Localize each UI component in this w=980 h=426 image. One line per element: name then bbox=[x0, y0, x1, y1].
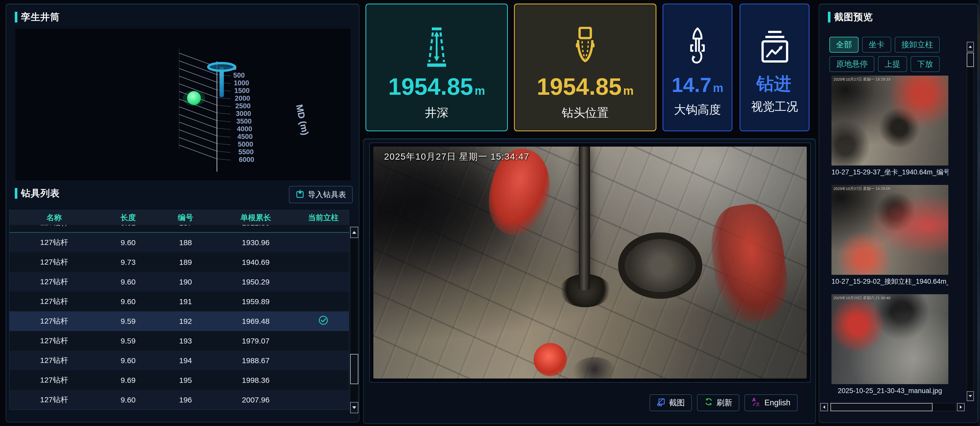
visual-condition-card: 钻进 视觉工况 bbox=[740, 3, 810, 131]
accent-bar bbox=[828, 12, 830, 22]
import-icon bbox=[296, 189, 305, 200]
arrow-down-icon bbox=[969, 395, 972, 397]
import-drill-table-button[interactable]: 导入钻具表 bbox=[289, 186, 353, 203]
filter-button-2[interactable]: 坐卡 bbox=[862, 37, 891, 53]
table-row[interactable]: 127钻杆 9.60 194 1988.67 bbox=[10, 351, 349, 370]
arrow-right-icon bbox=[960, 405, 962, 409]
panel-title-text: 孪生井筒 bbox=[21, 11, 60, 24]
thumbnail-caption: 10-27_15-29-37_坐卡_1940.64m_编号_1 bbox=[832, 168, 948, 177]
preview-scrollbar-track[interactable] bbox=[967, 41, 974, 402]
preview-scroll-up-button[interactable] bbox=[967, 42, 974, 52]
svg-text:500: 500 bbox=[233, 72, 245, 79]
screenshot-thumbnail[interactable]: 2025年10月27日 星期一 15:29:33 10-27_15-29-37_… bbox=[832, 76, 948, 177]
clipped-edge-content bbox=[978, 0, 980, 426]
thumbnail-image[interactable]: 2025年10月27日 星期一 15:29:33 bbox=[832, 76, 948, 166]
thumbnail-timestamp-overlay: 2025年10月25日 星期六 21:30:40 bbox=[834, 296, 891, 301]
bit-marker-3d bbox=[187, 91, 201, 105]
preview-scroll-right-button[interactable] bbox=[957, 403, 965, 411]
thumbnail-caption: 10-27_15-29-02_接卸立柱_1940.64m_编号 bbox=[832, 277, 948, 286]
preview-scroll-down-button[interactable] bbox=[967, 391, 974, 401]
video-worker-helmet bbox=[534, 343, 567, 376]
col-header-current-stand: 当前立柱 bbox=[298, 212, 349, 223]
arrow-up-icon bbox=[352, 231, 356, 234]
thumbnail-caption: 2025-10-25_21-30-43_manual.jpg bbox=[832, 386, 948, 395]
svg-text:1500: 1500 bbox=[234, 87, 250, 94]
import-button-label: 导入钻具表 bbox=[308, 190, 346, 200]
dashboard-root: 孪生井筒 05001000150020002500300035004000450… bbox=[0, 0, 980, 426]
table-row[interactable]: 127钻杆 9.60 191 1959.89 bbox=[10, 292, 349, 311]
well-depth-label: 井深 bbox=[425, 105, 449, 121]
screenshot-filter-group: 全部坐卡接卸立柱原地悬停上提下放 bbox=[829, 37, 967, 72]
table-scrollbar-track[interactable] bbox=[350, 226, 358, 413]
screenshot-thumbnail-list: 2025年10月27日 星期一 15:29:33 10-27_15-29-37_… bbox=[832, 76, 948, 404]
preview-scroll-left-button[interactable] bbox=[820, 403, 828, 411]
thumbnail-image[interactable]: 2025年10月27日 星期一 15:29:05 bbox=[832, 185, 948, 275]
thumbnail-image[interactable]: 2025年10月25日 星期六 21:30:40 bbox=[832, 294, 948, 384]
filter-button-3[interactable]: 接卸立柱 bbox=[895, 37, 940, 53]
col-header-cumulative: 单根累长 bbox=[213, 212, 298, 223]
chart-monitor-icon bbox=[759, 27, 790, 68]
drill-list-title: 钻具列表 bbox=[15, 187, 60, 200]
table-row[interactable]: 127钻杆 9.69 195 1998.36 bbox=[10, 370, 349, 390]
hook-height-card: 14.7 m 大钩高度 bbox=[662, 3, 732, 131]
table-row[interactable]: 127钻杆 9.60 190 1950.29 bbox=[10, 272, 349, 292]
preview-scrollbar-thumb[interactable] bbox=[967, 53, 974, 67]
table-row[interactable]: 127钻杆 9.59 193 1979.07 bbox=[10, 331, 349, 351]
filter-button-1[interactable]: 全部 bbox=[829, 37, 859, 53]
svg-text:4000: 4000 bbox=[237, 125, 252, 133]
accent-bar bbox=[15, 188, 18, 199]
arrow-down-icon bbox=[352, 406, 356, 409]
svg-text:2500: 2500 bbox=[235, 102, 251, 110]
hook-height-value: 14.7 m bbox=[672, 75, 724, 95]
video-timestamp-overlay: 2025年10月27日 星期一 15:34:47 bbox=[384, 151, 529, 163]
thumbnail-timestamp-overlay: 2025年10月27日 星期一 15:29:33 bbox=[834, 77, 891, 82]
well-depth-card: 1954.85 m 井深 bbox=[366, 3, 508, 131]
table-scroll-up-button[interactable] bbox=[350, 227, 358, 238]
table-scroll-down-button[interactable] bbox=[350, 402, 358, 413]
svg-text:文: 文 bbox=[756, 402, 760, 407]
well-depth-icon bbox=[422, 27, 452, 68]
svg-text:A: A bbox=[752, 397, 756, 402]
hook-height-label: 大钩高度 bbox=[674, 102, 721, 118]
filter-button-4[interactable]: 原地悬停 bbox=[829, 56, 874, 72]
visual-condition-value: 钻进 bbox=[756, 75, 793, 92]
arrow-left-icon bbox=[823, 405, 825, 409]
table-row[interactable]: 127钻杆 9.73 189 1940.69 bbox=[10, 252, 349, 272]
language-toggle-button[interactable]: A 文 English bbox=[745, 394, 797, 411]
refresh-icon bbox=[704, 397, 713, 408]
screenshot-thumbnail[interactable]: 2025年10月27日 星期一 15:29:05 10-27_15-29-02_… bbox=[832, 185, 948, 286]
wellbore-3d-view[interactable]: 0500100015002000250030003500400045005000… bbox=[15, 29, 351, 180]
twin-wellbore-panel: 孪生井筒 05001000150020002500300035004000450… bbox=[6, 3, 360, 423]
bit-position-label: 钻头位置 bbox=[562, 105, 609, 121]
hook-icon bbox=[683, 27, 711, 68]
visual-condition-label: 视觉工况 bbox=[751, 99, 798, 115]
svg-text:5000: 5000 bbox=[238, 140, 253, 148]
drill-table-header: 名称 长度 编号 单根累长 当前立柱 bbox=[10, 210, 349, 225]
video-frame: 2025年10月27日 星期一 15:34:47 bbox=[369, 142, 811, 383]
clipped-table-row[interactable]: 127钻杆 9.61 187 1921.36 bbox=[10, 225, 349, 233]
thumbnail-timestamp-overlay: 2025年10月27日 星期一 15:29:05 bbox=[834, 187, 891, 191]
screenshot-button[interactable]: 截图 bbox=[649, 394, 692, 411]
table-row[interactable]: 127钻杆 9.59 192 1969.48 bbox=[10, 311, 349, 331]
video-rotary-table bbox=[618, 232, 702, 299]
screenshot-thumbnail[interactable]: 2025年10月25日 星期六 21:30:40 2025-10-25_21-3… bbox=[832, 294, 948, 395]
svg-text:3000: 3000 bbox=[236, 110, 251, 118]
check-icon bbox=[318, 315, 329, 327]
table-row[interactable]: 127钻杆 9.60 188 1930.96 bbox=[10, 233, 349, 252]
svg-text:6000: 6000 bbox=[239, 156, 254, 163]
live-video-panel: 2025年10月27日 星期一 15:34:47 截图 bbox=[363, 139, 816, 424]
screenshot-preview-title-text: 截图预览 bbox=[834, 11, 873, 24]
table-scrollbar-thumb[interactable] bbox=[350, 354, 358, 384]
md-axis-label: MD (m) bbox=[294, 104, 310, 136]
refresh-button[interactable]: 刷新 bbox=[697, 394, 739, 411]
video-feed[interactable]: 2025年10月27日 星期一 15:34:47 bbox=[373, 147, 807, 378]
filter-button-5[interactable]: 上提 bbox=[878, 56, 907, 72]
translate-icon: A 文 bbox=[752, 397, 761, 408]
drill-table-body: 127钻杆 9.60 188 1930.96 127钻杆 9.73 189 19… bbox=[10, 233, 349, 410]
drill-bit-icon bbox=[570, 27, 600, 68]
screenshot-preview-panel: 截图预览 全部坐卡接卸立柱原地悬停上提下放 2025年10月27日 星期一 15… bbox=[819, 3, 978, 423]
table-row[interactable]: 127钻杆 9.60 196 2007.96 bbox=[10, 390, 349, 410]
col-header-number: 编号 bbox=[158, 212, 213, 223]
preview-hscrollbar-thumb[interactable] bbox=[830, 403, 932, 411]
filter-button-6[interactable]: 下放 bbox=[911, 56, 940, 72]
